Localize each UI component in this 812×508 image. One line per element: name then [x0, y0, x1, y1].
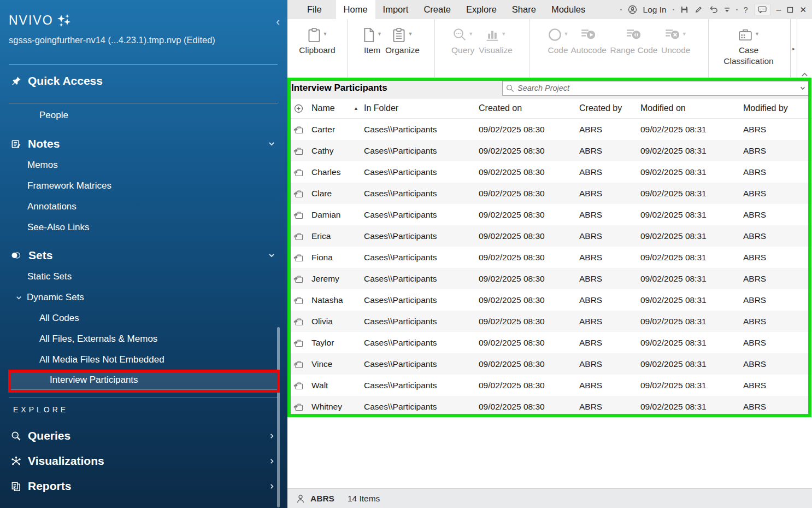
sidebar-item-interview-participants[interactable]: Interview Participants: [10, 370, 278, 390]
sidebar-section-sets[interactable]: Sets: [0, 246, 287, 265]
tab-import[interactable]: Import: [375, 0, 416, 19]
case-classification-button[interactable]: ▼ Case Classification: [716, 19, 781, 67]
static-sets-label: Static Sets: [27, 271, 72, 282]
undo-icon[interactable]: [709, 5, 718, 14]
case-icon: [287, 225, 309, 247]
log-in-button[interactable]: Log In: [643, 5, 667, 15]
maximize-button[interactable]: [787, 7, 793, 13]
sidebar-item-annotations[interactable]: Annotations: [0, 199, 287, 214]
search-input[interactable]: [517, 84, 796, 92]
sidebar-section-reports[interactable]: Reports: [0, 476, 287, 496]
cell-in-folder: Cases\\Participants: [362, 247, 476, 268]
chevron-down-icon[interactable]: [15, 294, 22, 301]
sidebar-scrollbar[interactable]: [277, 327, 280, 507]
account-icon[interactable]: [628, 5, 637, 14]
item-button[interactable]: ▼ Item: [362, 19, 382, 56]
cell-in-folder: Cases\\Participants: [362, 119, 476, 140]
cell-created-by: ABRS: [577, 225, 638, 247]
column-header-created-on[interactable]: Created on: [476, 98, 577, 118]
table-row[interactable]: Jeremy Cases\\Participants 09/02/2025 08…: [287, 268, 812, 289]
chevron-down-icon[interactable]: [268, 252, 275, 259]
chevron-right-icon[interactable]: [268, 433, 275, 440]
sidebar-item-dynamic-sets[interactable]: Dynamic Sets: [0, 290, 287, 305]
sidebar-item-people[interactable]: People: [0, 108, 287, 123]
table-row[interactable]: Whitney Cases\\Participants 09/02/2025 0…: [287, 396, 812, 417]
user-icon: [296, 494, 305, 503]
framework-matrices-label: Framework Matrices: [27, 180, 111, 191]
table-row[interactable]: Erica Cases\\Participants 09/02/2025 08:…: [287, 225, 812, 247]
tab-create[interactable]: Create: [416, 0, 458, 19]
clipboard-label: Clipboard: [299, 45, 335, 56]
cell-modified-on: 09/02/2025 08:31: [638, 119, 741, 140]
explore-section-label: EXPLORE: [13, 405, 68, 414]
table-row[interactable]: Cathy Cases\\Participants 09/02/2025 08:…: [287, 140, 812, 161]
table-row[interactable]: Clare Cases\\Participants 09/02/2025 08:…: [287, 183, 812, 204]
dropdown-caret-icon: ▼: [501, 28, 506, 39]
sidebar-item-all-codes[interactable]: All Codes: [0, 311, 287, 326]
sidebar-section-quick-access[interactable]: Quick Access: [0, 71, 287, 91]
table-row[interactable]: Taylor Cases\\Participants 09/02/2025 08…: [287, 332, 812, 353]
sidebar-item-all-files-externals-memos[interactable]: All Files, Externals & Memos: [0, 331, 287, 347]
cell-modified-by: ABRS: [741, 375, 812, 396]
sort-ascending-icon: ▲: [354, 106, 358, 111]
minimize-button[interactable]: –: [776, 5, 781, 15]
toolbar-options-icon[interactable]: [724, 7, 730, 13]
search-box[interactable]: [502, 81, 810, 96]
tab-file[interactable]: File: [299, 0, 329, 19]
cell-created-by: ABRS: [577, 311, 638, 332]
sidebar-section-queries[interactable]: Queries: [0, 426, 287, 446]
table-row[interactable]: Walt Cases\\Participants 09/02/2025 08:3…: [287, 375, 812, 396]
table-row[interactable]: Olivia Cases\\Participants 09/02/2025 08…: [287, 311, 812, 332]
column-header-in-folder[interactable]: In Folder: [362, 98, 476, 118]
case-icon: [287, 183, 309, 204]
sidebar-item-static-sets[interactable]: Static Sets: [0, 269, 287, 284]
tab-explore[interactable]: Explore: [458, 0, 504, 19]
edit-pencil-icon[interactable]: [695, 5, 703, 14]
sidebar-item-all-media-files[interactable]: All Media Files Not Embedded: [0, 352, 287, 367]
cell-in-folder: Cases\\Participants: [362, 140, 476, 161]
cell-created-on: 09/02/2025 08:30: [476, 247, 577, 268]
column-header-modified-by[interactable]: Modified by: [741, 98, 812, 118]
cell-name: Erica: [309, 225, 362, 247]
table-row[interactable]: Charles Cases\\Participants 09/02/2025 0…: [287, 161, 812, 183]
ribbon-overflow-strip[interactable]: ▸: [790, 19, 797, 78]
table-row[interactable]: Vince Cases\\Participants 09/02/2025 08:…: [287, 353, 812, 375]
organize-button[interactable]: ▼ Organize: [385, 19, 420, 56]
column-header-name[interactable]: Name ▲: [309, 98, 362, 118]
project-name: sgsss-goingfurther-nv14 (...4.23.1).tmp.…: [9, 35, 287, 45]
sidebar-divider: [9, 398, 278, 398]
feedback-chat-icon[interactable]: [754, 4, 770, 15]
add-column-icon[interactable]: [287, 98, 309, 118]
tab-share[interactable]: Share: [504, 0, 544, 19]
ribbon-group-coding: ▼ Code Autocode Range Code: [529, 19, 709, 78]
sidebar-section-notes[interactable]: Notes: [0, 134, 287, 154]
ribbon-collapse-chevron-icon[interactable]: [801, 72, 808, 77]
search-dropdown-chevron-icon[interactable]: [799, 85, 806, 91]
cell-modified-on: 09/02/2025 08:31: [638, 375, 741, 396]
cell-created-on: 09/02/2025 08:30: [476, 353, 577, 375]
visualizations-label: Visualizations: [28, 454, 104, 468]
table-row[interactable]: Fiona Cases\\Participants 09/02/2025 08:…: [287, 247, 812, 268]
help-icon[interactable]: ?: [744, 5, 748, 14]
sidebar-item-memos[interactable]: Memos: [0, 157, 287, 173]
sidebar-item-framework-matrices[interactable]: Framework Matrices: [0, 178, 287, 194]
chevron-right-icon[interactable]: [268, 458, 275, 465]
table-row[interactable]: Carter Cases\\Participants 09/02/2025 08…: [287, 119, 812, 140]
tab-home[interactable]: Home: [336, 0, 375, 19]
table-row[interactable]: Damian Cases\\Participants 09/02/2025 08…: [287, 204, 812, 225]
sidebar-collapse-chevron-icon[interactable]: ‹: [276, 15, 280, 28]
chevron-right-icon[interactable]: [268, 483, 275, 490]
tab-modules[interactable]: Modules: [544, 0, 593, 19]
clipboard-button[interactable]: ▼ Clipboard: [299, 19, 335, 56]
sidebar-section-visualizations[interactable]: Visualizations: [0, 451, 287, 471]
chevron-down-icon[interactable]: [268, 140, 275, 148]
name-header-label: Name: [311, 103, 335, 113]
column-header-modified-on[interactable]: Modified on: [638, 98, 741, 118]
save-icon[interactable]: [680, 5, 689, 14]
cell-name: Taylor: [309, 332, 362, 353]
close-button[interactable]: ✕: [799, 5, 807, 15]
table-row[interactable]: Natasha Cases\\Participants 09/02/2025 0…: [287, 289, 812, 311]
sidebar-item-see-also-links[interactable]: See-Also Links: [0, 220, 287, 235]
column-header-created-by[interactable]: Created by: [577, 98, 638, 118]
dropdown-caret-icon: ▼: [564, 28, 569, 39]
